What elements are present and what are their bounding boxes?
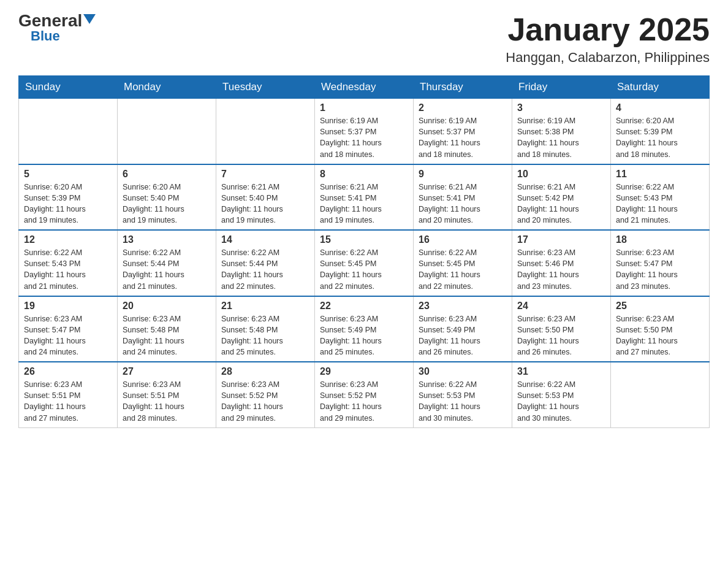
calendar-cell [118,99,216,164]
day-info: Sunrise: 6:22 AM Sunset: 5:44 PM Dayligh… [123,247,211,292]
day-number: 4 [616,102,704,113]
location-title: Hanggan, Calabarzon, Philippines [506,50,710,66]
calendar-cell: 12Sunrise: 6:22 AM Sunset: 5:43 PM Dayli… [19,230,118,296]
day-info: Sunrise: 6:23 AM Sunset: 5:49 PM Dayligh… [419,313,507,358]
day-number: 11 [616,169,704,180]
day-number: 1 [320,102,408,113]
calendar-cell: 26Sunrise: 6:23 AM Sunset: 5:51 PM Dayli… [19,362,118,427]
calendar-cell: 17Sunrise: 6:23 AM Sunset: 5:46 PM Dayli… [512,230,611,296]
day-info: Sunrise: 6:23 AM Sunset: 5:50 PM Dayligh… [517,313,605,358]
day-info: Sunrise: 6:22 AM Sunset: 5:53 PM Dayligh… [517,379,605,424]
calendar-cell: 9Sunrise: 6:21 AM Sunset: 5:41 PM Daylig… [414,164,512,231]
calendar-cell: 21Sunrise: 6:23 AM Sunset: 5:48 PM Dayli… [216,296,315,362]
day-number: 9 [419,169,507,180]
title-block: January 2025 Hanggan, Calabarzon, Philip… [506,12,710,66]
page-header: General Blue January 2025 Hanggan, Calab… [18,12,710,66]
week-row-1: 1Sunrise: 6:19 AM Sunset: 5:37 PM Daylig… [19,99,710,164]
day-number: 20 [123,301,211,312]
header-monday: Monday [118,76,216,99]
day-number: 25 [616,301,704,312]
calendar-cell: 29Sunrise: 6:23 AM Sunset: 5:52 PM Dayli… [315,362,414,427]
calendar-cell: 25Sunrise: 6:23 AM Sunset: 5:50 PM Dayli… [611,296,710,362]
calendar-cell: 11Sunrise: 6:22 AM Sunset: 5:43 PM Dayli… [611,164,710,231]
calendar-cell: 6Sunrise: 6:20 AM Sunset: 5:40 PM Daylig… [118,164,216,231]
calendar-cell: 30Sunrise: 6:22 AM Sunset: 5:53 PM Dayli… [414,362,512,427]
day-info: Sunrise: 6:23 AM Sunset: 5:48 PM Dayligh… [221,313,309,358]
day-info: Sunrise: 6:20 AM Sunset: 5:40 PM Dayligh… [123,182,211,226]
logo-blue-text: Blue [31,29,60,43]
calendar-cell: 16Sunrise: 6:22 AM Sunset: 5:45 PM Dayli… [414,230,512,296]
day-info: Sunrise: 6:22 AM Sunset: 5:43 PM Dayligh… [24,247,112,292]
week-row-4: 19Sunrise: 6:23 AM Sunset: 5:47 PM Dayli… [19,296,710,362]
logo-triangle-icon [83,14,96,24]
day-number: 3 [517,102,605,113]
calendar-cell: 31Sunrise: 6:22 AM Sunset: 5:53 PM Dayli… [512,362,611,427]
day-number: 8 [320,169,408,180]
days-header-row: SundayMondayTuesdayWednesdayThursdayFrid… [19,76,710,99]
calendar-cell: 13Sunrise: 6:22 AM Sunset: 5:44 PM Dayli… [118,230,216,296]
day-info: Sunrise: 6:19 AM Sunset: 5:37 PM Dayligh… [419,115,507,160]
day-number: 12 [24,234,112,245]
day-info: Sunrise: 6:21 AM Sunset: 5:41 PM Dayligh… [320,182,408,226]
day-info: Sunrise: 6:22 AM Sunset: 5:45 PM Dayligh… [320,247,408,292]
calendar-cell: 5Sunrise: 6:20 AM Sunset: 5:39 PM Daylig… [19,164,118,231]
day-info: Sunrise: 6:23 AM Sunset: 5:50 PM Dayligh… [616,313,704,358]
day-info: Sunrise: 6:23 AM Sunset: 5:49 PM Dayligh… [320,313,408,358]
week-row-5: 26Sunrise: 6:23 AM Sunset: 5:51 PM Dayli… [19,362,710,427]
day-number: 5 [24,169,112,180]
day-number: 28 [221,366,309,377]
day-info: Sunrise: 6:22 AM Sunset: 5:45 PM Dayligh… [419,247,507,292]
day-info: Sunrise: 6:22 AM Sunset: 5:53 PM Dayligh… [419,379,507,424]
header-sunday: Sunday [19,76,118,99]
header-tuesday: Tuesday [216,76,315,99]
day-number: 26 [24,366,112,377]
calendar-cell: 28Sunrise: 6:23 AM Sunset: 5:52 PM Dayli… [216,362,315,427]
calendar-cell: 22Sunrise: 6:23 AM Sunset: 5:49 PM Dayli… [315,296,414,362]
calendar-cell: 20Sunrise: 6:23 AM Sunset: 5:48 PM Dayli… [118,296,216,362]
calendar-cell: 23Sunrise: 6:23 AM Sunset: 5:49 PM Dayli… [414,296,512,362]
day-number: 30 [419,366,507,377]
day-info: Sunrise: 6:19 AM Sunset: 5:38 PM Dayligh… [517,115,605,160]
day-number: 2 [419,102,507,113]
day-number: 27 [123,366,211,377]
calendar-cell: 8Sunrise: 6:21 AM Sunset: 5:41 PM Daylig… [315,164,414,231]
day-info: Sunrise: 6:23 AM Sunset: 5:52 PM Dayligh… [320,379,408,424]
calendar-cell: 4Sunrise: 6:20 AM Sunset: 5:39 PM Daylig… [611,99,710,164]
day-info: Sunrise: 6:22 AM Sunset: 5:44 PM Dayligh… [221,247,309,292]
day-info: Sunrise: 6:20 AM Sunset: 5:39 PM Dayligh… [24,182,112,226]
calendar-cell: 15Sunrise: 6:22 AM Sunset: 5:45 PM Dayli… [315,230,414,296]
day-number: 10 [517,169,605,180]
day-info: Sunrise: 6:23 AM Sunset: 5:51 PM Dayligh… [123,379,211,424]
day-info: Sunrise: 6:23 AM Sunset: 5:51 PM Dayligh… [24,379,112,424]
day-number: 7 [221,169,309,180]
day-number: 29 [320,366,408,377]
calendar-cell: 2Sunrise: 6:19 AM Sunset: 5:37 PM Daylig… [414,99,512,164]
logo-general-text: General [18,12,82,29]
day-number: 13 [123,234,211,245]
header-saturday: Saturday [611,76,710,99]
day-number: 6 [123,169,211,180]
calendar-cell [19,99,118,164]
day-number: 31 [517,366,605,377]
day-number: 14 [221,234,309,245]
day-info: Sunrise: 6:21 AM Sunset: 5:40 PM Dayligh… [221,182,309,226]
logo: General Blue [18,12,96,43]
day-number: 24 [517,301,605,312]
calendar-cell [216,99,315,164]
day-number: 17 [517,234,605,245]
day-info: Sunrise: 6:22 AM Sunset: 5:43 PM Dayligh… [616,182,704,226]
day-number: 19 [24,301,112,312]
calendar-cell: 19Sunrise: 6:23 AM Sunset: 5:47 PM Dayli… [19,296,118,362]
day-info: Sunrise: 6:23 AM Sunset: 5:52 PM Dayligh… [221,379,309,424]
calendar-cell: 10Sunrise: 6:21 AM Sunset: 5:42 PM Dayli… [512,164,611,231]
day-info: Sunrise: 6:21 AM Sunset: 5:41 PM Dayligh… [419,182,507,226]
calendar-cell: 18Sunrise: 6:23 AM Sunset: 5:47 PM Dayli… [611,230,710,296]
week-row-3: 12Sunrise: 6:22 AM Sunset: 5:43 PM Dayli… [19,230,710,296]
day-number: 21 [221,301,309,312]
header-friday: Friday [512,76,611,99]
calendar-table: SundayMondayTuesdayWednesdayThursdayFrid… [18,75,710,428]
day-info: Sunrise: 6:20 AM Sunset: 5:39 PM Dayligh… [616,115,704,160]
day-info: Sunrise: 6:23 AM Sunset: 5:48 PM Dayligh… [123,313,211,358]
day-info: Sunrise: 6:19 AM Sunset: 5:37 PM Dayligh… [320,115,408,160]
day-number: 22 [320,301,408,312]
